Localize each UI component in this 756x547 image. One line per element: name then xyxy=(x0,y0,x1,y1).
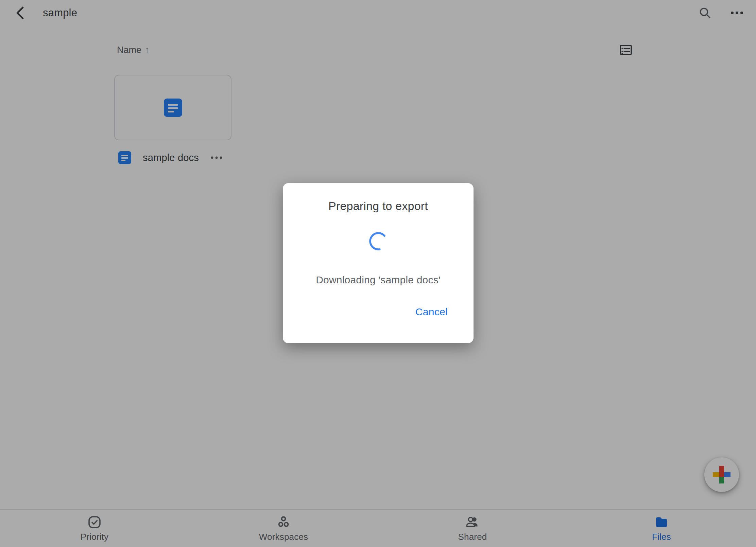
dialog-actions: Cancel xyxy=(415,305,448,319)
dialog-message: Downloading 'sample docs' xyxy=(283,274,474,286)
cancel-button[interactable]: Cancel xyxy=(415,306,448,318)
dialog-title: Preparing to export xyxy=(283,199,474,213)
preparing-to-export-dialog: Preparing to export Downloading 'sample … xyxy=(283,183,474,343)
drive-screen: sample xyxy=(0,0,756,547)
progress-spinner-icon xyxy=(368,231,388,251)
